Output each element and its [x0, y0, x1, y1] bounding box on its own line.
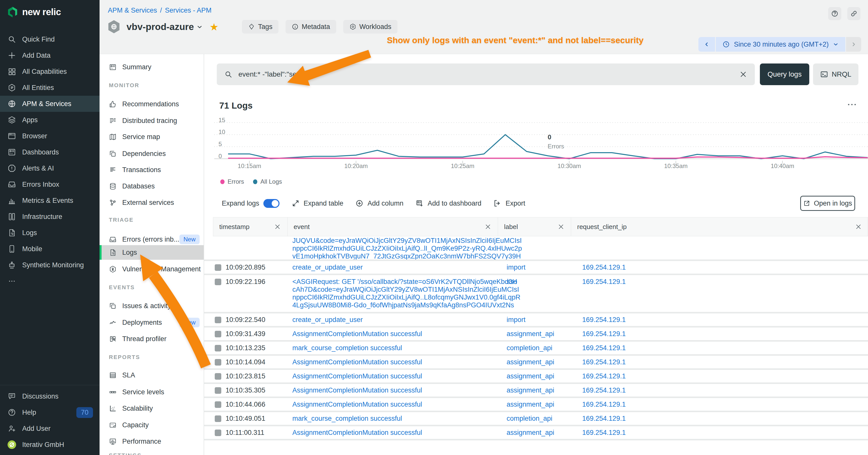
cell-label-link[interactable]: import	[506, 316, 526, 324]
row-marker-icon[interactable]	[215, 401, 221, 408]
column-header-request-client-ip[interactable]: request_client_ip	[571, 218, 868, 236]
sidebar-item-errors-inbox[interactable]: Errors Inbox	[0, 176, 99, 193]
cell-label-link[interactable]: assignment_api	[506, 330, 554, 338]
entity-nav-item-external-services[interactable]: External services	[99, 195, 204, 210]
cell-request-client-ip-link[interactable]: 169.254.129.1	[582, 278, 626, 286]
cell-event-link[interactable]: mark_course_completion successful	[292, 344, 402, 352]
cell-label-link[interactable]: assignment_api	[506, 400, 554, 409]
cell-request-client-ip-link[interactable]: 169.254.129.1	[582, 387, 626, 394]
row-marker-icon[interactable]	[215, 317, 221, 323]
logs-timeseries-chart[interactable]	[204, 111, 868, 176]
cell-event-link[interactable]: <ASGIRequest: GET '/sso/callback/?state=…	[292, 278, 521, 309]
newrelic-logo[interactable]: new relic	[6, 6, 61, 18]
cell-event-link[interactable]: mark_course_completion successful	[292, 415, 402, 422]
sidebar-item-add-data[interactable]: Add Data	[0, 47, 99, 64]
cell-label-link[interactable]: assignment_api	[506, 429, 554, 436]
sidebar-item-iterativ-gmbh[interactable]: Iterativ GmbH	[0, 436, 99, 453]
entity-nav-item-service-map[interactable]: Service map	[99, 130, 204, 144]
row-marker-icon[interactable]	[215, 416, 221, 422]
entity-nav-item-distributed-tracing[interactable]: Distributed tracing	[99, 113, 204, 128]
sidebar-item-quick-find[interactable]: Quick Find	[0, 31, 99, 47]
cell-event-link[interactable]: AssignmentCompletionMutation successful	[292, 400, 422, 409]
cell-request-client-ip-link[interactable]: 169.254.129.1	[582, 344, 626, 352]
time-forward-button[interactable]	[846, 37, 861, 52]
entity-nav-item-performance[interactable]: Performance	[99, 434, 204, 449]
table-row[interactable]: 10:10:49.051mark_course_completion succe…	[204, 412, 868, 425]
sidebar-item-help[interactable]: Help70	[0, 404, 99, 421]
row-marker-icon[interactable]	[215, 264, 221, 271]
legend-item-all-logs[interactable]: All Logs	[253, 178, 282, 185]
sidebar-item-discussions[interactable]: Discussions	[0, 388, 99, 404]
column-header-label[interactable]: label	[498, 218, 571, 236]
export-button[interactable]: Export	[494, 199, 525, 207]
sidebar-item-browser[interactable]: Browser	[0, 128, 99, 144]
cell-request-client-ip-link[interactable]: 169.254.129.1	[582, 316, 626, 324]
metadata-button[interactable]: Metadata	[285, 20, 336, 33]
cell-event-link[interactable]: JUQVU&code=eyJraWQiOiJjcGltY29yZV8wOTI1M…	[292, 237, 522, 260]
table-row[interactable]: 10:10:14.094AssignmentCompletionMutation…	[204, 356, 868, 368]
entity-nav-item-databases[interactable]: Databases	[99, 179, 204, 194]
sidebar-item-alerts-ai[interactable]: Alerts & AI	[0, 160, 99, 176]
permalink-button[interactable]	[847, 7, 861, 20]
add-column-button[interactable]: Add column	[355, 199, 403, 207]
entity-nav-item-transactions[interactable]: Transactions	[99, 162, 204, 177]
entity-nav-item-service-levels[interactable]: Service levels	[99, 385, 204, 399]
column-header-event[interactable]: event	[287, 218, 498, 236]
expand-logs-toggle[interactable]: Expand logs	[222, 199, 279, 208]
cell-request-client-ip-link[interactable]: 169.254.129.1	[582, 372, 626, 380]
table-row[interactable]: JUQVU&code=eyJraWQiOiJjcGltY29yZV8wOTI1M…	[204, 236, 868, 260]
sidebar-item-logs[interactable]: Logs	[0, 225, 99, 241]
cell-label-link[interactable]: sso	[506, 278, 517, 286]
more-menu-icon[interactable]	[844, 99, 860, 110]
cell-event-link[interactable]: AssignmentCompletionMutation successful	[292, 358, 422, 366]
query-logs-button[interactable]: Query logs	[760, 64, 809, 85]
breadcrumb-apm-services[interactable]: APM & Services	[108, 6, 157, 14]
entity-nav-item-issues-activity[interactable]: Issues & activity	[99, 298, 204, 313]
cell-request-client-ip-link[interactable]: 169.254.129.1	[582, 400, 626, 409]
sidebar-item-metrics-events[interactable]: Metrics & Events	[0, 193, 99, 208]
cell-event-link[interactable]: create_or_update_user	[292, 263, 363, 271]
column-header-timestamp[interactable]: timestamp	[213, 218, 287, 236]
sidebar-item-more[interactable]	[0, 273, 99, 289]
cell-label-link[interactable]: assignment_api	[506, 372, 554, 380]
entity-nav-item-deployments[interactable]: DeploymentsNew	[99, 315, 204, 330]
add-to-dashboard-button[interactable]: Add to dashboard	[415, 199, 482, 207]
sidebar-item-apm-services[interactable]: APM & Services	[0, 96, 99, 112]
table-row[interactable]: 10:09:22.540create_or_update_userimport1…	[204, 314, 868, 326]
toggle-on-icon[interactable]	[264, 199, 279, 208]
entity-name[interactable]: vbv-prod-azure	[126, 22, 194, 32]
sidebar-item-synthetic-monitoring[interactable]: Synthetic Monitoring	[0, 257, 99, 273]
sidebar-item-infrastructure[interactable]: Infrastructure	[0, 208, 99, 225]
table-row[interactable]: 10:10:44.066AssignmentCompletionMutation…	[204, 398, 868, 411]
open-in-logs-button[interactable]: Open in logs	[800, 196, 855, 211]
entity-nav-item-logs[interactable]: Logs	[99, 245, 204, 260]
row-marker-icon[interactable]	[215, 279, 221, 285]
nrql-button[interactable]: NRQL	[813, 64, 859, 85]
cell-request-client-ip-link[interactable]: 169.254.129.1	[582, 415, 626, 422]
remove-column-icon[interactable]	[484, 223, 492, 230]
cell-request-client-ip-link[interactable]: 169.254.129.1	[582, 429, 626, 436]
sidebar-item-apps[interactable]: Apps	[0, 112, 99, 128]
table-row[interactable]: 10:09:20.895create_or_update_userimport1…	[204, 261, 868, 273]
entity-nav-item-summary[interactable]: Summary	[99, 60, 204, 74]
row-marker-icon[interactable]	[215, 387, 221, 394]
time-back-button[interactable]	[699, 37, 715, 52]
cell-event-link[interactable]: AssignmentCompletionMutation successful	[292, 429, 422, 436]
cell-event-link[interactable]: AssignmentCompletionMutation successful	[292, 372, 422, 380]
entity-nav-item-dependencies[interactable]: Dependencies	[99, 147, 204, 161]
log-query-input[interactable]	[238, 70, 739, 78]
legend-item-errors[interactable]: Errors	[220, 178, 244, 185]
cell-event-link[interactable]: AssignmentCompletionMutation successful	[292, 330, 422, 338]
help-button[interactable]	[828, 7, 841, 20]
row-marker-icon[interactable]	[215, 429, 221, 436]
entity-nav-item-errors-errors-inb[interactable]: Errors (errors inb...New	[99, 232, 204, 247]
table-row[interactable]: 10:09:22.196<ASGIRequest: GET '/sso/call…	[204, 275, 868, 312]
time-range-button[interactable]: Since 30 minutes ago (GMT+2)	[716, 37, 845, 52]
row-marker-icon[interactable]	[215, 373, 221, 380]
entity-nav-item-scalability[interactable]: Scalability	[99, 401, 204, 416]
sidebar-item-all-entities[interactable]: All Entities	[0, 79, 99, 96]
remove-column-icon[interactable]	[274, 223, 281, 230]
cell-event-link[interactable]: AssignmentCompletionMutation successful	[292, 387, 422, 394]
breadcrumb-services-apm[interactable]: Services - APM	[165, 6, 212, 14]
cell-request-client-ip-link[interactable]: 169.254.129.1	[582, 330, 626, 338]
